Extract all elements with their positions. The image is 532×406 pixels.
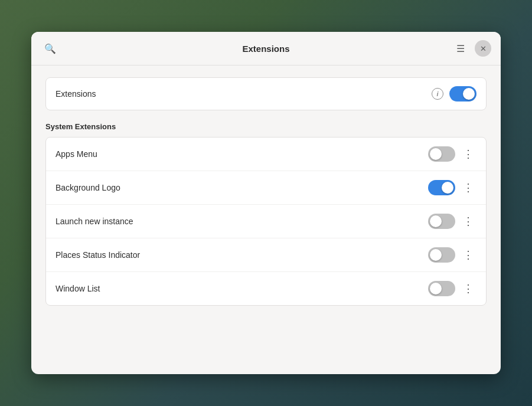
- toggle-window-list[interactable]: [428, 281, 455, 296]
- more-icon-window-list: ⋮: [463, 282, 474, 295]
- more-button-launch-new-instance[interactable]: ⋮: [460, 213, 476, 230]
- extensions-master-row: Extensions i: [45, 77, 487, 110]
- extension-controls-places-status: ⋮: [428, 247, 476, 263]
- extension-controls-background-logo: ⋮: [428, 179, 476, 196]
- extension-controls-window-list: ⋮: [428, 280, 476, 297]
- toggle-apps-menu[interactable]: [428, 146, 455, 162]
- toggle-thumb-window-list: [430, 283, 442, 294]
- titlebar-right: ☰ ✕: [451, 39, 491, 58]
- extension-row-launch-new-instance: Launch new instance ⋮: [46, 205, 486, 238]
- section-title: System Extensions: [45, 122, 487, 131]
- more-icon-apps-menu: ⋮: [463, 148, 474, 161]
- extensions-master-controls: i: [432, 86, 476, 102]
- titlebar: 🔍 Extensions ☰ ✕: [31, 32, 501, 66]
- toggle-thumb-apps-menu: [430, 148, 442, 160]
- more-icon-launch-new-instance: ⋮: [463, 215, 474, 228]
- extensions-master-toggle[interactable]: [449, 86, 476, 102]
- titlebar-left: 🔍: [41, 39, 60, 58]
- search-icon: 🔍: [44, 43, 56, 54]
- toggle-places-status[interactable]: [428, 247, 455, 263]
- system-extensions-section: System Extensions Apps Menu ⋮: [45, 122, 487, 306]
- info-icon: i: [436, 90, 438, 97]
- extension-row-background-logo: Background Logo ⋮: [46, 171, 486, 205]
- extension-name-launch-new-instance: Launch new instance: [56, 217, 428, 226]
- hamburger-icon: ☰: [456, 43, 465, 54]
- toggle-track-background-logo: [428, 180, 455, 195]
- toggle-track-master: [449, 86, 476, 102]
- window-title: Extensions: [242, 44, 289, 54]
- extensions-info-button[interactable]: i: [432, 88, 443, 100]
- extension-name-places-status: Places Status Indicator: [56, 250, 428, 260]
- extension-row-apps-menu: Apps Menu ⋮: [46, 137, 486, 171]
- extensions-list: Apps Menu ⋮: [45, 137, 487, 306]
- extension-controls-launch-new-instance: ⋮: [428, 213, 476, 230]
- more-icon-background-logo: ⋮: [463, 181, 474, 194]
- toggle-thumb-master: [463, 88, 475, 100]
- toggle-thumb-launch-new-instance: [430, 215, 442, 227]
- close-icon: ✕: [480, 44, 487, 53]
- extension-row-places-status: Places Status Indicator ⋮: [46, 238, 486, 272]
- extension-row-window-list: Window List ⋮: [46, 272, 486, 305]
- toggle-thumb-places-status: [430, 249, 442, 261]
- toggle-launch-new-instance[interactable]: [428, 214, 455, 229]
- more-icon-places-status: ⋮: [463, 248, 474, 261]
- extension-name-background-logo: Background Logo: [56, 183, 428, 192]
- more-button-places-status[interactable]: ⋮: [460, 247, 476, 263]
- content-area: Extensions i System Extensions Apps: [31, 66, 501, 374]
- toggle-track-launch-new-instance: [428, 214, 455, 229]
- toggle-track-apps-menu: [428, 146, 455, 162]
- extension-name-window-list: Window List: [56, 284, 428, 293]
- menu-button[interactable]: ☰: [451, 39, 470, 58]
- close-button[interactable]: ✕: [475, 40, 491, 57]
- extension-controls-apps-menu: ⋮: [428, 146, 476, 162]
- more-button-background-logo[interactable]: ⋮: [460, 179, 476, 196]
- toggle-thumb-background-logo: [442, 182, 453, 194]
- toggle-track-window-list: [428, 281, 455, 296]
- more-button-apps-menu[interactable]: ⋮: [460, 146, 476, 162]
- more-button-window-list[interactable]: ⋮: [460, 280, 476, 297]
- search-button[interactable]: 🔍: [41, 39, 60, 58]
- extensions-master-label: Extensions: [56, 89, 96, 99]
- extensions-window: 🔍 Extensions ☰ ✕ Extensions i: [31, 32, 501, 374]
- extension-name-apps-menu: Apps Menu: [56, 149, 428, 159]
- toggle-background-logo[interactable]: [428, 180, 455, 195]
- toggle-track-places-status: [428, 247, 455, 263]
